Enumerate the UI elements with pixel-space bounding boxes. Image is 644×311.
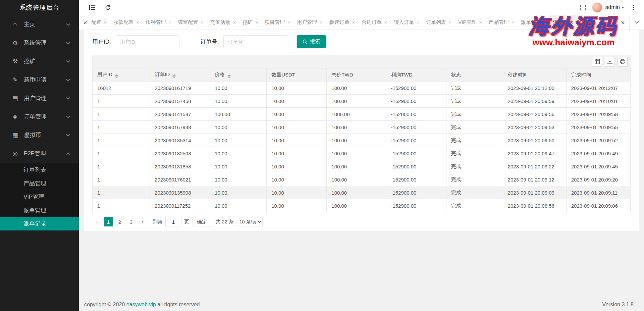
user-id-input[interactable]: [116, 35, 179, 48]
version-label: Version 3.1.8: [602, 302, 634, 308]
more-menu-icon[interactable]: ⋮: [627, 0, 639, 15]
fullscreen-icon[interactable]: [577, 0, 589, 15]
sidebar-subitem-order-list[interactable]: 订单列表: [0, 163, 79, 177]
tab-label: 收款配置: [113, 19, 133, 25]
close-tab-icon[interactable]: ×: [255, 20, 258, 25]
tab-8[interactable]: 用户管理×: [293, 15, 326, 30]
username: admin: [605, 4, 620, 10]
refresh-icon[interactable]: [102, 0, 114, 15]
table-cell: -152900.00: [386, 82, 446, 95]
sidebar-item-home[interactable]: ⌂主页: [0, 15, 79, 34]
page-button-3[interactable]: 3: [126, 217, 136, 226]
hammer-pick-icon: ⚒: [11, 58, 19, 65]
sidebar-item-user-management[interactable]: ▤用户管理: [0, 89, 79, 107]
column-header[interactable]: 用户ID: [93, 68, 150, 82]
tab-4[interactable]: 弹窗配置×: [175, 15, 207, 30]
tab-2[interactable]: 收款配置×: [110, 15, 142, 30]
tab-3[interactable]: 币种管理×: [142, 15, 174, 30]
table-cell: 10.00: [267, 95, 327, 108]
table-cell: 1: [93, 108, 150, 121]
sidebar-item-new-coin-apply[interactable]: ✎新币申请: [0, 70, 79, 89]
collapse-sidebar-icon[interactable]: [86, 0, 98, 15]
sort-icon[interactable]: [172, 74, 176, 78]
tab-12[interactable]: 订单列表×: [423, 15, 455, 30]
page-button-1[interactable]: 1: [104, 217, 113, 226]
close-tab-icon[interactable]: ×: [479, 20, 482, 25]
prev-page-button[interactable]: ‹: [92, 217, 102, 226]
close-tab-icon[interactable]: ×: [320, 20, 322, 25]
sidebar-item-p2p-management[interactable]: ◎P2P管理: [0, 144, 79, 163]
filter-columns-button[interactable]: [592, 57, 602, 67]
table-cell: -152900.00: [386, 147, 446, 160]
confirm-page-button[interactable]: 确定: [193, 217, 211, 226]
column-header[interactable]: 订单ID: [150, 68, 210, 82]
close-tab-icon[interactable]: ×: [104, 20, 107, 25]
tabs-menu-icon[interactable]: [629, 15, 644, 30]
tab-11[interactable]: 转入订单×: [390, 15, 423, 30]
table-cell: 2023-09-01 20:10:01: [566, 95, 630, 108]
table-cell: -152900.00: [386, 121, 446, 134]
page-button-2[interactable]: 2: [115, 217, 124, 226]
column-header[interactable]: 价格: [210, 68, 267, 82]
table-cell: 完成: [446, 173, 503, 186]
close-tab-icon[interactable]: ×: [576, 20, 579, 25]
table-cell: 10.00: [267, 82, 327, 95]
tab-7[interactable]: 项目管理×: [261, 15, 293, 30]
export-button[interactable]: [605, 57, 615, 67]
table-cell: 完成: [446, 121, 503, 134]
tab-1[interactable]: 又配置×: [92, 15, 110, 30]
table-cell: 10.00: [210, 82, 267, 95]
per-page-select[interactable]: 10 条/页: [238, 217, 263, 226]
sidebar-item-label: 主页: [24, 20, 35, 28]
tab-6[interactable]: 挖矿×: [239, 15, 261, 30]
table-cell: 10.00: [210, 121, 267, 134]
close-tab-icon[interactable]: ×: [449, 20, 451, 25]
sidebar-item-mining[interactable]: ⚒挖矿: [0, 52, 79, 70]
tab-16[interactable]: 派单记录×: [550, 15, 582, 30]
pencil-icon: ✎: [11, 76, 19, 84]
sort-icon[interactable]: [115, 74, 118, 78]
close-tab-icon[interactable]: ×: [417, 20, 419, 25]
table-cell: 10.00: [210, 173, 267, 186]
next-page-button[interactable]: ›: [138, 217, 147, 226]
tabs-scroll-left-icon[interactable]: «: [79, 15, 92, 30]
close-tab-icon[interactable]: ×: [136, 20, 139, 25]
search-button[interactable]: 搜索: [297, 35, 326, 48]
close-tab-icon[interactable]: ×: [201, 20, 204, 25]
close-tab-icon[interactable]: ×: [512, 20, 514, 25]
goto-label: 到第: [153, 219, 163, 225]
search-form: 用户ID: 订单号: 搜索: [92, 35, 631, 48]
close-tab-icon[interactable]: ×: [384, 20, 387, 25]
print-button[interactable]: [618, 57, 628, 67]
order-no-input[interactable]: [223, 35, 287, 48]
column-header-label: 状态: [451, 72, 461, 77]
sidebar-item-system-management[interactable]: ⚙系统管理: [0, 34, 79, 52]
table-row: 1202309013590810.0010.00100.00-152900.00…: [93, 186, 631, 199]
sort-icon[interactable]: [227, 74, 231, 78]
close-tab-icon[interactable]: ×: [233, 20, 236, 25]
close-tab-icon[interactable]: ×: [287, 20, 290, 25]
tab-10[interactable]: 合约订单×: [358, 15, 390, 30]
table-cell: 10.00: [210, 160, 267, 173]
sidebar-subitem-dispatch-management[interactable]: 派单管理: [0, 204, 79, 217]
table-cell: -152900.00: [386, 173, 446, 186]
sidebar-subitem-product-management[interactable]: 产品管理: [0, 177, 79, 190]
close-tab-icon[interactable]: ×: [168, 20, 171, 25]
tab-9[interactable]: 极速订单×: [326, 15, 358, 30]
close-tab-icon[interactable]: ×: [352, 20, 355, 25]
tabs-scroll-right-icon[interactable]: »: [616, 15, 629, 30]
close-tab-icon[interactable]: ×: [544, 20, 546, 25]
sidebar-subitem-vip-management[interactable]: VIP管理: [0, 190, 79, 204]
tab-5[interactable]: 充值活动×: [207, 15, 239, 30]
tab-15[interactable]: 派单管理×: [518, 15, 550, 30]
tab-13[interactable]: VIP管理×: [455, 15, 485, 30]
easyweb-link[interactable]: easyweb.vip: [126, 302, 156, 307]
tab-14[interactable]: 产品管理×: [485, 15, 518, 30]
table-cell: 2023-09-01 20:09:55: [566, 121, 630, 134]
table-cell: 2023090141587: [150, 108, 210, 121]
sidebar-item-virtual-coin[interactable]: ▦虚拟币: [0, 126, 79, 144]
sidebar-subitem-dispatch-records[interactable]: 派单记录: [0, 217, 79, 230]
page-jump-input[interactable]: [165, 217, 181, 226]
user-menu[interactable]: admin ▾: [592, 2, 624, 13]
sidebar-item-order-management[interactable]: ◈订单管理: [0, 107, 79, 126]
